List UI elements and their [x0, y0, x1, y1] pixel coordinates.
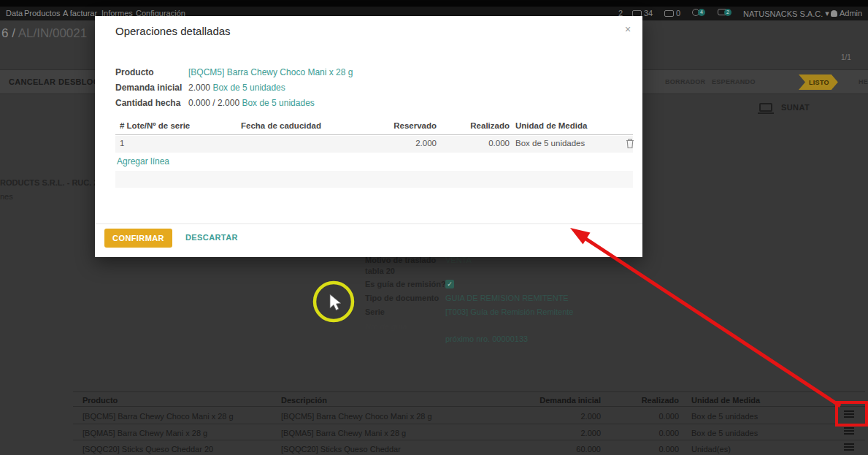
mouse-cursor — [330, 294, 341, 310]
th-reservado[interactable]: Reservado — [364, 121, 437, 130]
breadcrumb-current: AL/IN/00021 — [18, 26, 88, 40]
th-uom[interactable]: Unidad de Medida — [515, 121, 587, 130]
cell-realizado: 0.000 — [628, 412, 679, 421]
record-pager[interactable]: 1/1 — [841, 53, 851, 61]
detailed-operations-icon[interactable] — [844, 410, 854, 418]
cantidad-hecha-label: Cantidad hecha — [115, 98, 180, 108]
empty-row-stripe — [115, 171, 633, 188]
row-realizado[interactable]: 0.000 — [448, 139, 510, 148]
cell-producto: [BQMA5] Barra Chewy Mani x 28 g — [82, 429, 207, 437]
user-avatar-icon — [831, 10, 837, 17]
tipo-documento-label: Tipo de documento — [365, 294, 449, 302]
user-menu[interactable]: Admin — [831, 9, 862, 18]
cell-uom: Box de 5 unidades — [691, 412, 758, 421]
col-realizado: Realizado — [628, 396, 679, 405]
menu-productos[interactable]: Productos — [24, 9, 61, 18]
trash-icon[interactable] — [626, 138, 634, 152]
cell-demanda: 2.000 — [528, 412, 601, 421]
status-listo-active[interactable]: LISTO — [799, 74, 838, 90]
col-producto: Producto — [82, 396, 118, 405]
cancel-button[interactable]: CANCELAR — [9, 77, 55, 86]
cell-demanda: 60.000 — [528, 445, 601, 454]
confirm-button[interactable]: CONFIRMAR — [104, 229, 172, 248]
red-arrow-line — [585, 238, 840, 406]
counter-barcode[interactable]: 0 — [664, 9, 680, 18]
close-icon[interactable]: × — [625, 23, 631, 35]
divider — [73, 440, 865, 440]
motivo-traslado-label-2: tabla 20 — [365, 267, 449, 275]
cantidad-uom-link[interactable]: Box de 5 unidades — [242, 98, 314, 108]
serie-label: Serie — [365, 307, 449, 316]
cell-uom: Unidad(es) — [691, 445, 731, 454]
th-fecha[interactable]: Fecha de caducidad — [241, 121, 321, 130]
producto-value-link[interactable]: [BQCM5] Barra Chewy Choco Mani x 28 g — [188, 67, 353, 77]
yellow-highlight-circle — [315, 283, 353, 321]
cell-descripcion: [BQMA5] Barra Chewy Mani x 28 g — [281, 429, 406, 437]
chevron-down-icon: ▾ — [825, 9, 829, 18]
sunat-button[interactable]: SUNAT — [759, 103, 810, 112]
menu-a-facturar[interactable]: A facturar — [63, 9, 97, 18]
cell-producto: [BQCM5] Barra Chewy Choco Mani x 28 g — [82, 412, 234, 421]
activities-badge: 4 — [698, 9, 705, 16]
modal-table-row[interactable]: 1 2.000 0.000 Box de 5 unidades — [115, 136, 633, 153]
detailed-operations-modal: Operaciones detalladas × Producto [BQCM5… — [95, 16, 642, 257]
demanda-inicial-value: 2.000 Box de 5 unidades — [188, 83, 285, 93]
producto-label: Producto — [115, 67, 154, 77]
video-letterbox — [0, 0, 868, 7]
laptop-icon — [759, 103, 772, 112]
activities-menu[interactable]: 4 — [692, 9, 699, 16]
company-switcher[interactable]: NATUSNACKS S.A.C. ▾ — [743, 9, 829, 18]
es-guia-label: Es guía de remisión? — [365, 280, 449, 288]
status-esperando[interactable]: ESPERANDO — [712, 78, 756, 85]
detailed-operations-icon[interactable] — [844, 427, 854, 435]
status-hecho[interactable]: HECHO — [859, 78, 868, 85]
cell-descripcion: [BQCM5] Barra Chewy Choco Mani x 28 g — [281, 412, 432, 421]
th-lote[interactable]: # Lote/Nº de serie — [120, 121, 190, 130]
cell-producto: [SQQC20] Sticks Queso Cheddar 20 — [82, 445, 213, 454]
status-borrador[interactable]: BORRADOR — [665, 78, 705, 85]
messages-menu[interactable]: 2 — [718, 9, 727, 15]
cell-realizado: 0.000 — [628, 429, 679, 437]
modal-table-header: # Lote/Nº de serie Fecha de caducidad Re… — [115, 118, 633, 135]
sunat-label: SUNAT — [781, 103, 810, 112]
proximo-nro: próximo nro. 00000133 — [445, 334, 528, 343]
detailed-operations-icon[interactable] — [844, 443, 854, 451]
tipo-documento-value: GUIA DE REMISION REMITENTE — [445, 294, 569, 302]
col-uom: Unidad de Medida — [691, 396, 760, 405]
partner-address: nes — [0, 192, 13, 201]
row-reservado[interactable]: 2.000 — [364, 139, 437, 148]
menu-data[interactable]: Data — [6, 9, 23, 18]
divider — [73, 406, 865, 407]
add-line-link[interactable]: Agregar línea — [117, 156, 169, 167]
divider — [95, 223, 642, 224]
modal-title: Operaciones detalladas — [115, 25, 231, 37]
serie-value[interactable]: [T003] Guía de Remisión Remitente — [445, 307, 573, 316]
discard-button[interactable]: DESCARTAR — [185, 233, 238, 242]
demanda-inicial-label: Demanda inicial — [115, 83, 182, 93]
col-descripcion: Descripción — [281, 396, 327, 405]
row-num: 1 — [120, 139, 124, 148]
row-uom[interactable]: Box de 5 unidades — [515, 139, 585, 148]
cantidad-hecha-value: 0.000 / 2.000 Box de 5 unidades — [188, 98, 315, 108]
cell-realizado: 0.000 — [628, 445, 679, 454]
th-realizado[interactable]: Realizado — [448, 121, 510, 130]
breadcrumb[interactable]: 6 / AL/IN/00021 — [1, 26, 87, 41]
es-guia-checkbox[interactable]: ✓ — [445, 280, 454, 288]
keyboard-icon — [664, 10, 674, 17]
cell-demanda: 2.000 — [528, 429, 601, 437]
col-demanda: Demanda inicial — [528, 396, 601, 405]
divider — [73, 391, 865, 392]
messages-badge: 2 — [724, 9, 731, 16]
nro-guia-placeholder[interactable]: Nro de guía — [365, 322, 407, 331]
cell-uom: Box de 5 unidades — [691, 429, 758, 437]
demanda-uom-link[interactable]: Box de 5 unidades — [212, 83, 285, 93]
divider — [73, 424, 865, 424]
cell-descripcion: [SQQC20] Sticks Queso Cheddar — [281, 445, 401, 454]
